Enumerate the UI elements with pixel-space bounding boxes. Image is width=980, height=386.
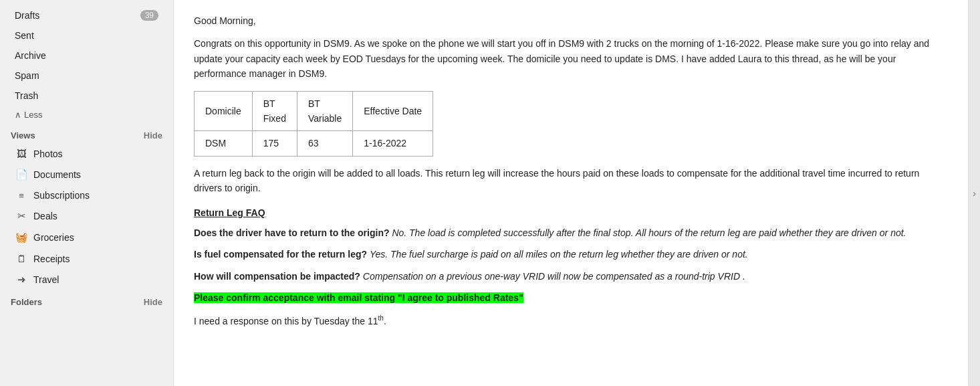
folders-hide-button[interactable]: Hide <box>144 297 162 307</box>
table-cell-bt-fixed: 175 <box>252 131 297 156</box>
drafts-badge: 39 <box>140 10 158 21</box>
faq-answer-1: No. The load is completed successfully a… <box>392 227 906 238</box>
sidebar-item-receipts[interactable]: 🗒 Receipts <box>4 249 169 268</box>
rates-table: Domicile BTFixed BTVariable Effective Da… <box>194 91 433 157</box>
sidebar-item-deals[interactable]: ✂ Deals <box>4 206 169 226</box>
groceries-icon: 🧺 <box>15 231 28 244</box>
folders-label: Folders <box>11 297 42 307</box>
views-hide-button[interactable]: Hide <box>144 130 162 140</box>
less-label: Less <box>24 110 42 120</box>
right-arrow-icon: › <box>973 188 976 199</box>
less-caret-icon: ∧ <box>15 110 21 120</box>
faq-item-2: Is fuel compensated for the return leg? … <box>194 247 948 262</box>
closing-superscript: th <box>378 314 384 322</box>
table-header-bt-variable: BTVariable <box>297 91 352 131</box>
deals-label: Deals <box>33 211 158 221</box>
sent-label: Sent <box>15 30 158 41</box>
highlight-text: Please confirm acceptance with email sta… <box>194 292 523 303</box>
sidebar-item-photos[interactable]: 🖼 Photos <box>4 144 169 163</box>
sidebar-item-spam[interactable]: Spam <box>4 66 169 85</box>
table-row: DSM 175 63 1-16-2022 <box>195 131 433 156</box>
table-cell-bt-variable: 63 <box>297 131 352 156</box>
faq-answer-2: Yes. The fuel surcharge is paid on all m… <box>370 249 748 260</box>
folders-section-header: Folders Hide <box>0 290 173 310</box>
table-cell-domicile: DSM <box>195 131 253 156</box>
sidebar-item-travel[interactable]: ➜ Travel <box>4 270 169 290</box>
table-header-domicile: Domicile <box>195 91 253 131</box>
faq-question-3: How will compensation be impacted? <box>194 271 360 282</box>
closing-end: . <box>384 316 386 326</box>
highlight-paragraph: Please confirm acceptance with email sta… <box>194 290 948 305</box>
sidebar-item-subscriptions[interactable]: ≡ Subscriptions <box>4 186 169 205</box>
trash-label: Trash <box>15 90 158 101</box>
email-body: Good Morning, Congrats on this opportuni… <box>194 13 948 329</box>
table-header-effective-date: Effective Date <box>353 91 433 131</box>
faq-question-2: Is fuel compensated for the return leg? <box>194 249 367 260</box>
faq-title: Return Leg FAQ <box>194 205 948 220</box>
sidebar-item-trash[interactable]: Trash <box>4 86 169 105</box>
main-area: Good Morning, Congrats on this opportuni… <box>174 0 980 386</box>
subscriptions-icon: ≡ <box>15 191 28 201</box>
travel-icon: ➜ <box>15 274 28 286</box>
email-body1: Congrats on this opportunity in DSM9. As… <box>194 36 948 81</box>
faq-answer-3: Compensation on a previous one-way VRID … <box>363 271 745 282</box>
receipts-label: Receipts <box>33 254 158 264</box>
sidebar-item-groceries[interactable]: 🧺 Groceries <box>4 227 169 248</box>
archive-label: Archive <box>15 50 158 61</box>
sidebar-item-sent[interactable]: Sent <box>4 26 169 45</box>
faq-item-1: Does the driver have to return to the or… <box>194 225 948 240</box>
groceries-label: Groceries <box>33 232 158 243</box>
views-section-header: Views Hide <box>0 124 173 143</box>
table-cell-effective-date: 1-16-2022 <box>353 131 433 156</box>
receipts-icon: 🗒 <box>15 253 28 264</box>
email-greeting: Good Morning, <box>194 13 948 28</box>
sidebar-item-documents[interactable]: 📄 Documents <box>4 165 169 185</box>
travel-label: Travel <box>33 274 158 285</box>
photos-icon: 🖼 <box>15 148 28 159</box>
sidebar-item-archive[interactable]: Archive <box>4 46 169 65</box>
views-label: Views <box>11 130 35 140</box>
email-content: Good Morning, Congrats on this opportuni… <box>174 0 968 386</box>
photos-label: Photos <box>33 149 158 159</box>
spam-label: Spam <box>15 70 158 81</box>
documents-icon: 📄 <box>15 169 28 181</box>
sidebar: Drafts 39 Sent Archive Spam Trash ∧ Less… <box>0 0 174 386</box>
table-header-bt-fixed: BTFixed <box>252 91 297 131</box>
right-collapse-button[interactable]: › <box>968 0 980 386</box>
less-toggle[interactable]: ∧ Less <box>4 106 169 123</box>
closing-text: I need a response on this by Tuesday the… <box>194 316 378 326</box>
faq-item-3: How will compensation be impacted? Compe… <box>194 269 948 284</box>
deals-icon: ✂ <box>15 210 28 222</box>
subscriptions-label: Subscriptions <box>33 190 158 201</box>
email-body2: A return leg back to the origin will be … <box>194 166 948 196</box>
sidebar-item-drafts[interactable]: Drafts 39 <box>4 6 169 25</box>
documents-label: Documents <box>33 169 158 180</box>
faq-question-1: Does the driver have to return to the or… <box>194 227 389 238</box>
email-closing: I need a response on this by Tuesday the… <box>194 313 948 328</box>
drafts-label: Drafts <box>15 10 140 21</box>
